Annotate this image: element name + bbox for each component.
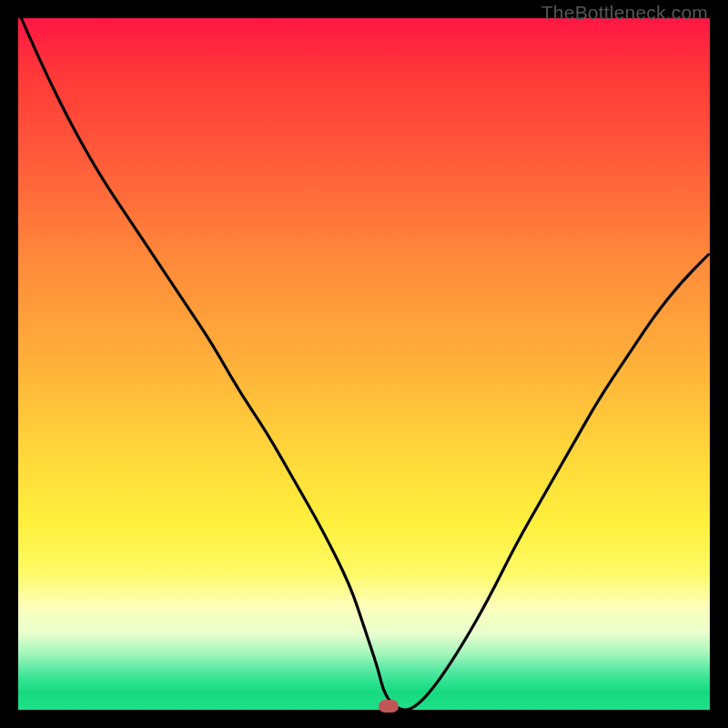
bottleneck-curve-path [18, 18, 710, 710]
bottleneck-marker [379, 700, 399, 713]
chart-frame: TheBottleneck.com [0, 0, 728, 728]
curve-svg [18, 18, 710, 710]
watermark-text: TheBottleneck.com [541, 2, 708, 24]
plot-area [18, 18, 710, 710]
